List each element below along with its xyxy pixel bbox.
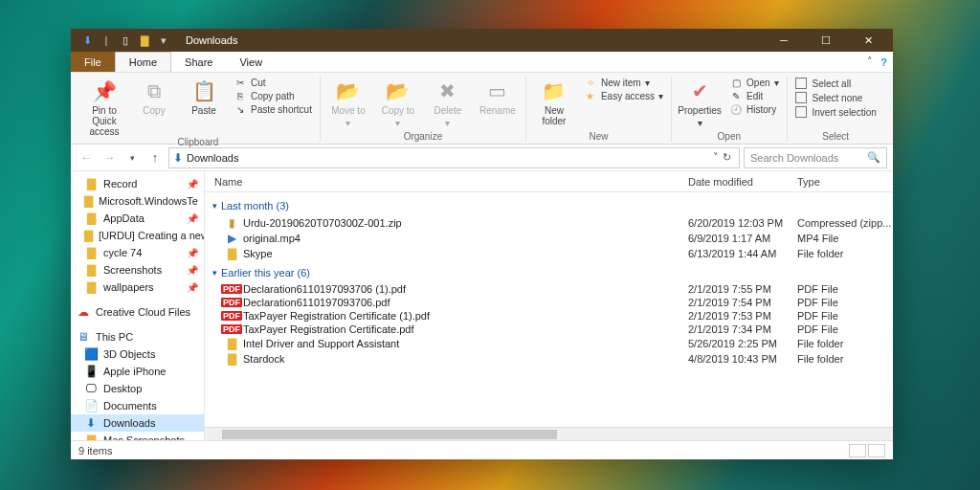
sidebar-item[interactable]: 📱Apple iPhone xyxy=(71,363,204,380)
easyaccess-icon: ★ xyxy=(584,91,597,101)
sidebar-item[interactable]: ▇AppData📌 xyxy=(71,210,204,227)
folder-icon: 🖵 xyxy=(84,382,98,395)
sidebar-item[interactable]: ▇Mac Screenshots xyxy=(71,432,204,440)
moveto-icon: 📂 xyxy=(336,78,361,103)
close-button[interactable]: ✕ xyxy=(847,29,889,52)
ribbon-tabs: File Home Share View ˄ ? xyxy=(71,52,893,73)
delete-icon: ✖ xyxy=(435,78,460,103)
select-none-button[interactable]: Select none xyxy=(793,91,879,104)
file-row[interactable]: ▇Stardock4/8/2019 10:43 PMFile folder xyxy=(205,351,893,367)
copy-to-button[interactable]: 📂Copy to ▾ xyxy=(376,77,420,128)
folder-icon: ▇ xyxy=(84,177,98,190)
search-input[interactable]: Search Downloads 🔍 xyxy=(744,147,887,168)
file-icon: ▮ xyxy=(224,216,239,230)
pin-icon: 📌 xyxy=(187,179,198,189)
copy-path-button[interactable]: ⎘Copy path xyxy=(232,90,314,102)
file-row[interactable]: PDFDeclaration6110197093706.pdf2/1/2019 … xyxy=(205,296,893,309)
open-button[interactable]: ▢Open ▾ xyxy=(727,77,780,89)
edit-button[interactable]: ✎Edit xyxy=(727,90,780,102)
folder-icon: ▇ xyxy=(84,229,93,242)
ribbon-collapse-icon[interactable]: ˄ xyxy=(867,56,873,68)
file-row[interactable]: PDFTaxPayer Registration Certificate (1)… xyxy=(205,309,893,323)
new-folder-button[interactable]: 📁New folder xyxy=(532,77,576,126)
file-icon: ▇ xyxy=(224,247,239,260)
file-list[interactable]: ▾ Last month (3)▮Urdu-20190620T070300Z-0… xyxy=(205,192,893,427)
folder-icon: ▇ xyxy=(84,246,98,259)
group-header[interactable]: ▾ Earlier this year (6) xyxy=(205,261,893,282)
paste-shortcut-button[interactable]: ↘Paste shortcut xyxy=(232,103,314,116)
sidebar-item[interactable]: ▇Screenshots📌 xyxy=(71,261,204,278)
titlebar[interactable]: ⬇ | ▯ ▇ ▾ Downloads ─ ☐ ✕ xyxy=(71,29,893,52)
file-icon: ▇ xyxy=(224,337,239,350)
copy-button[interactable]: ⧉Copy xyxy=(132,77,176,116)
new-item-button[interactable]: ✧New item ▾ xyxy=(582,77,665,89)
qat-overflow-icon[interactable]: ▾ xyxy=(157,33,170,47)
selectall-icon xyxy=(795,78,809,89)
history-button[interactable]: 🕘History xyxy=(727,103,780,116)
group-header[interactable]: ▾ Last month (3) xyxy=(205,194,893,215)
forward-button[interactable]: → xyxy=(100,148,119,167)
file-row[interactable]: ▮Urdu-20190620T070300Z-001.zip6/20/2019 … xyxy=(205,215,893,231)
select-all-button[interactable]: Select all xyxy=(793,77,879,90)
horizontal-scrollbar[interactable] xyxy=(205,427,893,440)
pin-quick-access-button[interactable]: 📌Pin to Quick access xyxy=(82,77,126,137)
back-button[interactable]: ← xyxy=(77,148,96,167)
sidebar-item[interactable]: ▇Record📌 xyxy=(71,175,204,192)
sidebar-item[interactable]: ▇Microsoft.WindowsTe📌 xyxy=(71,192,204,210)
address-box[interactable]: ⬇ Downloads ˅ ↻ xyxy=(168,147,740,168)
sidebar-item[interactable]: ▇cycle 74📌 xyxy=(71,244,204,261)
folder-icon: ▇ xyxy=(84,212,98,225)
navigation-pane[interactable]: ▇Record📌▇Microsoft.WindowsTe📌▇AppData📌▇[… xyxy=(71,171,205,440)
refresh-icon[interactable]: ↻ xyxy=(723,151,731,164)
col-type[interactable]: Type xyxy=(797,176,893,188)
pin-icon: 📌 xyxy=(187,265,198,276)
maximize-button[interactable]: ☐ xyxy=(805,29,847,52)
folder-icon: ▇ xyxy=(84,280,98,294)
pin-icon: 📌 xyxy=(187,213,198,224)
tab-share[interactable]: Share xyxy=(171,52,226,72)
sidebar-item[interactable]: ▇wallpapers📌 xyxy=(71,278,204,296)
copypath-icon: ⎘ xyxy=(234,91,247,101)
sidebar-item-thispc[interactable]: 🖥This PC xyxy=(71,328,204,345)
recent-button[interactable]: ▾ xyxy=(122,148,142,167)
pin-icon: 📌 xyxy=(187,282,198,293)
help-icon[interactable]: ? xyxy=(880,56,887,68)
sidebar-item[interactable]: 🟦3D Objects xyxy=(71,345,204,363)
group-label-open: Open xyxy=(718,131,741,142)
column-headers[interactable]: Name Date modified Type xyxy=(205,171,893,192)
paste-button[interactable]: 📋Paste xyxy=(182,77,226,116)
file-row[interactable]: PDFDeclaration6110197093706 (1).pdf2/1/2… xyxy=(205,282,893,296)
move-to-button[interactable]: 📂Move to ▾ xyxy=(326,77,370,128)
sidebar-item[interactable]: 🖵Desktop xyxy=(71,380,204,397)
file-row[interactable]: ▶original.mp46/9/2019 1:17 AMMP4 File xyxy=(205,231,893,246)
view-details-button[interactable] xyxy=(849,444,866,457)
file-row[interactable]: PDFTaxPayer Registration Certificate.pdf… xyxy=(205,323,893,336)
minimize-button[interactable]: ─ xyxy=(763,29,805,52)
col-name[interactable]: Name xyxy=(214,176,688,188)
file-icon: PDF xyxy=(224,284,239,294)
invert-selection-button[interactable]: Invert selection xyxy=(793,105,879,119)
sidebar-item-ccf[interactable]: ☁Creative Cloud Files xyxy=(71,303,204,321)
delete-button[interactable]: ✖Delete ▾ xyxy=(426,77,470,128)
folder-icon: 🟦 xyxy=(84,347,98,361)
sidebar-item[interactable]: ▇[URDU] Creating a new c📌 xyxy=(71,227,204,244)
easy-access-button[interactable]: ★Easy access ▾ xyxy=(582,90,665,102)
sidebar-item[interactable]: 📄Documents xyxy=(71,397,204,414)
up-button[interactable]: ↑ xyxy=(145,148,165,167)
rename-button[interactable]: ▭Rename xyxy=(476,77,520,116)
properties-button[interactable]: ✔Properties ▾ xyxy=(678,77,722,128)
col-modified[interactable]: Date modified xyxy=(688,176,797,188)
tab-file[interactable]: File xyxy=(71,52,115,72)
sidebar-item[interactable]: ⬇Downloads xyxy=(71,414,204,432)
tab-home[interactable]: Home xyxy=(115,52,171,72)
tab-view[interactable]: View xyxy=(226,52,276,72)
file-row[interactable]: ▇Intel Driver and Support Assistant5/26/… xyxy=(205,336,893,351)
vert-divider-icon: | xyxy=(100,33,113,47)
view-large-button[interactable] xyxy=(868,444,885,457)
folder-icon: ▇ xyxy=(84,263,98,277)
scroll-thumb[interactable] xyxy=(222,430,557,439)
open-icon: ▢ xyxy=(729,78,743,88)
address-dropdown-icon[interactable]: ˅ xyxy=(713,151,719,164)
cut-button[interactable]: ✂Cut xyxy=(232,77,314,89)
file-row[interactable]: ▇Skype6/13/2019 1:44 AMFile folder xyxy=(205,246,893,261)
